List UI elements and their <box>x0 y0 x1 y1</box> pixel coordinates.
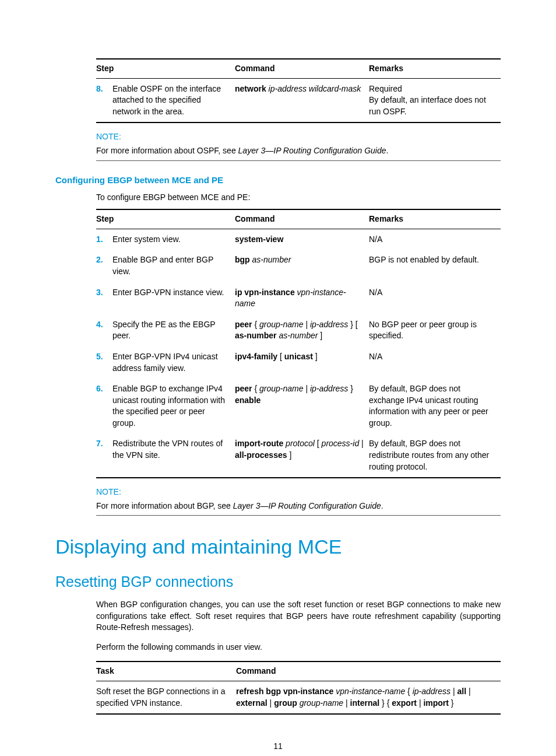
note-post: . <box>386 146 389 155</box>
cmd-literal: | <box>268 698 274 708</box>
cmd-literal: } [ <box>348 320 357 329</box>
note-doc-ref: Layer 3—IP Routing Configuration Guide <box>233 501 381 510</box>
cmd-literal: ] <box>313 352 318 361</box>
command-cell: network ip-address wildcard-mask <box>235 78 369 123</box>
cmd-keyword: as-number <box>235 331 277 340</box>
step-number: 3. <box>96 282 112 314</box>
ebgp-steps-table: Step Command Remarks 1.Enter system view… <box>96 209 501 478</box>
note-label: NOTE: <box>96 487 501 498</box>
table-row: 7.Redistribute the VPN routes of the VPN… <box>96 433 501 478</box>
remarks-required: Required <box>369 83 496 95</box>
table-row: 1.Enter system view.system-viewN/A <box>96 229 501 250</box>
command-cell: ip vpn-instance vpn-instance-name <box>235 282 369 314</box>
step-desc: Enter system view. <box>112 229 235 250</box>
remarks-cell: By default, BGP does not redistribute ro… <box>369 433 501 478</box>
step-desc: Enter BGP-VPN instance view. <box>112 282 235 314</box>
table-row: 4.Specify the PE as the EBGP peer.peer {… <box>96 314 501 346</box>
col-remarks: Remarks <box>369 209 501 229</box>
cmd-literal: | <box>359 439 364 448</box>
col-command: Command <box>235 59 369 78</box>
step-number: 1. <box>96 229 112 250</box>
cmd-literal: | <box>417 698 423 708</box>
cmd-keyword: import-route <box>235 439 283 448</box>
remarks-cell: N/A <box>369 282 501 314</box>
paragraph: When BGP configuration changes, you can … <box>96 599 501 634</box>
command-cell: peer { group-name | ip-address } [ as-nu… <box>235 314 369 346</box>
cmd-literal: [ <box>277 352 284 361</box>
cmd-keyword: internal <box>350 698 380 708</box>
cmd-arg: vpn-instance-name <box>333 687 407 696</box>
cmd-keyword: all <box>457 687 466 696</box>
remarks-cell: Required By default, an interface does n… <box>369 78 501 123</box>
step-desc: Redistribute the VPN routes of the VPN s… <box>112 433 235 478</box>
step-number: 6. <box>96 379 112 433</box>
cmd-literal: ] <box>287 450 292 460</box>
cmd-literal: } <box>449 698 454 708</box>
remarks-cell: BGP is not enabled by default. <box>369 250 501 282</box>
note-text: For more information about BGP, see Laye… <box>96 501 501 516</box>
cmd-keyword: peer <box>235 320 252 329</box>
col-command: Command <box>236 662 501 681</box>
cmd-keyword: enable <box>235 396 261 405</box>
cmd-keyword: import <box>423 698 449 708</box>
note-pre: For more information about BGP, see <box>96 501 233 510</box>
cmd-keyword: refresh bgp vpn-instance <box>236 687 333 696</box>
remarks-default: By default, an interface does not run OS… <box>369 94 496 117</box>
section-intro: To configure EBGP between MCE and PE: <box>96 192 501 204</box>
cmd-keyword: ipv4-family <box>235 352 277 361</box>
command-cell: bgp as-number <box>235 250 369 282</box>
paragraph: Perform the following commands in user v… <box>96 642 501 653</box>
section-heading-ebgp: Configuring EBGP between MCE and PE <box>55 174 501 186</box>
cmd-literal: | <box>304 384 310 393</box>
cmd-arg: ip-address <box>310 320 348 329</box>
table-row: 6.Enable BGP to exchange IPv4 unicast ro… <box>96 379 501 433</box>
remarks-cell: No BGP peer or peer group is specified. <box>369 314 501 346</box>
cmd-literal: { <box>252 320 259 329</box>
cmd-literal: | <box>304 320 310 329</box>
cmd-literal: | <box>466 687 471 696</box>
cmd-keyword: export <box>392 698 417 708</box>
note-text: For more information about OSPF, see Lay… <box>96 145 501 161</box>
col-step: Step <box>96 59 235 78</box>
cmd-keyword: system-view <box>235 235 283 244</box>
cmd-literal: | <box>451 687 457 696</box>
cmd-keyword: group <box>274 698 297 708</box>
task-cell: Soft reset the BGP connections in a spec… <box>96 681 236 715</box>
cmd-literal: | <box>343 698 350 708</box>
reset-bgp-table: Task Command Soft reset the BGP connecti… <box>96 661 501 715</box>
step-number: 7. <box>96 433 112 478</box>
cmd-literal: [ <box>315 439 322 448</box>
table-row: 2.Enable BGP and enter BGP view.bgp as-n… <box>96 250 501 282</box>
cmd-arg: as-number <box>277 331 318 340</box>
cmd-keyword: unicast <box>284 352 313 361</box>
cmd-arg: protocol <box>283 439 315 448</box>
step-desc: Enable BGP to exchange IPv4 unicast rout… <box>112 379 235 433</box>
step-desc: Enable BGP and enter BGP view. <box>112 250 235 282</box>
table-row: 3.Enter BGP-VPN instance view.ip vpn-ins… <box>96 282 501 314</box>
command-cell: import-route protocol [ process-id | all… <box>235 433 369 478</box>
note-pre: For more information about OSPF, see <box>96 146 238 155</box>
page-title: Displaying and maintaining MCE <box>55 533 501 561</box>
step-number: 4. <box>96 314 112 346</box>
table-row: Soft reset the BGP connections in a spec… <box>96 681 501 715</box>
page-number: 11 <box>55 741 501 752</box>
note-post: . <box>381 501 383 510</box>
cmd-keyword: external <box>236 698 268 708</box>
col-command: Command <box>235 209 369 229</box>
col-task: Task <box>96 662 236 681</box>
table-row: 8. Enable OSPF on the interface attached… <box>96 78 501 123</box>
cmd-literal: { <box>252 384 259 393</box>
col-step: Step <box>96 209 235 229</box>
ospf-step-table: Step Command Remarks 8. Enable OSPF on t… <box>96 58 501 123</box>
command-cell: ipv4-family [ unicast ] <box>235 346 369 379</box>
cmd-literal: { <box>407 687 413 696</box>
cmd-keyword: peer <box>235 384 252 393</box>
col-remarks: Remarks <box>369 59 501 78</box>
cmd-arg: group-name <box>259 320 304 329</box>
remarks-cell: N/A <box>369 346 501 379</box>
cmd-literal: } { <box>379 698 392 708</box>
step-number: 2. <box>96 250 112 282</box>
cmd-keyword: bgp <box>235 255 250 264</box>
table-row: 5.Enter BGP-VPN IPv4 unicast address fam… <box>96 346 501 379</box>
step-number: 5. <box>96 346 112 379</box>
